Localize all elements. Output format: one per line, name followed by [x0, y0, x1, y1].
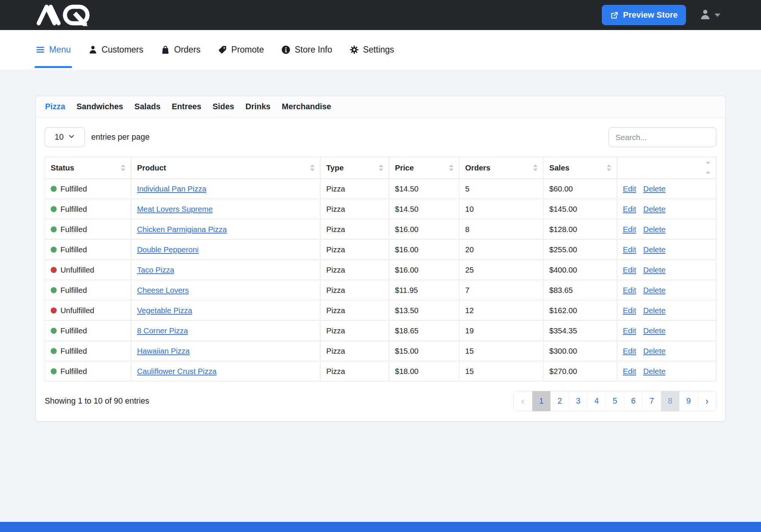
column-label: Status — [51, 163, 74, 172]
nav-item-settings[interactable]: Settings — [350, 30, 394, 69]
nav-item-label: Store Info — [295, 45, 332, 55]
product-link[interactable]: Taco Pizza — [137, 265, 174, 274]
orders-cell: 8 — [460, 219, 544, 240]
nav-item-store-info[interactable]: Store Info — [281, 30, 332, 69]
edit-link[interactable]: Edit — [623, 286, 636, 295]
tab-pizza[interactable]: Pizza — [45, 102, 65, 112]
product-link[interactable]: Chicken Parmigiana Pizza — [137, 225, 227, 234]
delete-link[interactable]: Delete — [643, 184, 665, 193]
edit-link[interactable]: Edit — [623, 184, 636, 193]
tab-sandwiches[interactable]: Sandwiches — [77, 102, 123, 112]
brand-logo[interactable] — [36, 4, 95, 26]
table-row: FulfilledCauliflower Crust PizzaPizza$18… — [45, 361, 716, 381]
orders-cell: 19 — [460, 321, 544, 341]
edit-link[interactable]: Edit — [623, 367, 636, 376]
pagination-page-4[interactable]: 4 — [587, 391, 606, 411]
status-label: Unfulfilled — [60, 265, 94, 274]
sales-cell: $300.00 — [544, 341, 617, 361]
nav-item-orders[interactable]: Orders — [161, 30, 200, 69]
delete-link[interactable]: Delete — [643, 205, 665, 214]
preview-store-button[interactable]: Preview Store — [602, 5, 686, 25]
pagination-page-2[interactable]: 2 — [550, 391, 569, 411]
edit-link[interactable]: Edit — [623, 265, 636, 274]
product-link[interactable]: Cauliflower Crust Pizza — [137, 367, 217, 375]
sales-cell: $145.00 — [544, 199, 617, 219]
edit-link[interactable]: Edit — [623, 205, 636, 214]
edit-link[interactable]: Edit — [623, 306, 636, 315]
delete-link[interactable]: Delete — [643, 265, 665, 274]
pagination-page-3[interactable]: 3 — [569, 391, 587, 411]
status-dot-icon — [51, 226, 57, 232]
table-row: UnfulfilledTaco PizzaPizza$16.0025$400.0… — [45, 260, 716, 280]
nav-item-label: Customers — [102, 45, 143, 55]
table-row: Fulfilled8 Corner PizzaPizza$18.6519$354… — [45, 321, 716, 341]
delete-link[interactable]: Delete — [643, 326, 665, 335]
sort-icon — [121, 164, 125, 171]
pagination-page-5[interactable]: 5 — [606, 391, 624, 411]
product-link[interactable]: Vegetable Pizza — [137, 306, 192, 315]
tab-merchandise[interactable]: Merchandise — [282, 102, 331, 112]
delete-link[interactable]: Delete — [643, 245, 665, 254]
edit-link[interactable]: Edit — [623, 347, 636, 356]
delete-link[interactable]: Delete — [643, 306, 665, 315]
price-cell: $15.00 — [389, 341, 460, 361]
tab-sides[interactable]: Sides — [212, 102, 234, 112]
status-label: Fulfilled — [60, 205, 87, 214]
edit-link[interactable]: Edit — [623, 326, 636, 335]
product-link[interactable]: Double Pepperoni — [137, 245, 199, 254]
actions-cell: EditDelete — [617, 260, 716, 280]
edit-link[interactable]: Edit — [623, 245, 636, 254]
entries-per-page-select[interactable]: 10 — [45, 127, 85, 147]
product-cell: Cheese Lovers — [131, 280, 321, 300]
tab-entrees[interactable]: Entrees — [172, 102, 201, 112]
search-input[interactable] — [609, 127, 716, 147]
bottom-accent-bar — [0, 522, 761, 532]
product-link[interactable]: 8 Corner Pizza — [137, 326, 188, 335]
product-cell: 8 Corner Pizza — [131, 321, 321, 341]
type-cell: Pizza — [321, 260, 389, 280]
nav-item-promote[interactable]: Promote — [218, 30, 264, 69]
product-link[interactable]: Individual Pan Pizza — [137, 184, 206, 193]
chevron-down-icon — [714, 14, 720, 17]
column-header-price[interactable]: Price — [389, 157, 460, 179]
pagination-next-button[interactable]: › — [698, 391, 716, 411]
user-menu[interactable] — [699, 9, 720, 22]
pagination-page-7[interactable]: 7 — [642, 391, 661, 411]
delete-link[interactable]: Delete — [643, 367, 665, 376]
pagination-page-9[interactable]: 9 — [679, 391, 698, 411]
column-label: Product — [137, 163, 166, 172]
column-header-type[interactable]: Type — [321, 157, 389, 179]
topbar: Preview Store — [0, 0, 761, 30]
tab-drinks[interactable]: Drinks — [246, 102, 271, 112]
product-link[interactable]: Hawaiian Pizza — [137, 347, 190, 355]
column-header-status[interactable]: Status — [45, 157, 131, 179]
nav-item-customers[interactable]: Customers — [88, 30, 143, 69]
delete-link[interactable]: Delete — [643, 347, 665, 356]
column-header-actions[interactable] — [617, 157, 716, 179]
tab-salads[interactable]: Salads — [134, 102, 160, 112]
sort-icon — [310, 164, 315, 171]
column-header-sales[interactable]: Sales — [544, 157, 617, 179]
status-cell: Fulfilled — [45, 179, 131, 199]
pagination-page-6[interactable]: 6 — [624, 391, 642, 411]
status-dot-icon — [51, 206, 57, 212]
pagination-page-1[interactable]: 1 — [532, 391, 550, 411]
product-link[interactable]: Meat Lovers Supreme — [137, 205, 213, 213]
pagination-page-8[interactable]: 8 — [661, 391, 679, 411]
info-icon — [281, 45, 291, 54]
column-header-product[interactable]: Product — [131, 157, 321, 179]
column-header-orders[interactable]: Orders — [460, 157, 544, 179]
type-cell: Pizza — [321, 240, 389, 260]
status-cell: Fulfilled — [45, 361, 131, 381]
table-body: FulfilledIndividual Pan PizzaPizza$14.50… — [45, 179, 716, 381]
price-cell: $16.00 — [389, 240, 460, 260]
delete-link[interactable]: Delete — [643, 286, 665, 295]
delete-link[interactable]: Delete — [643, 225, 665, 234]
edit-link[interactable]: Edit — [623, 225, 636, 234]
nav-item-menu[interactable]: Menu — [36, 30, 71, 69]
product-link[interactable]: Cheese Lovers — [137, 286, 189, 294]
pagination-prev-button[interactable]: ‹ — [514, 391, 532, 411]
status-cell: Fulfilled — [45, 219, 131, 240]
sales-cell: $162.00 — [544, 300, 617, 321]
status-dot-icon — [51, 368, 57, 374]
